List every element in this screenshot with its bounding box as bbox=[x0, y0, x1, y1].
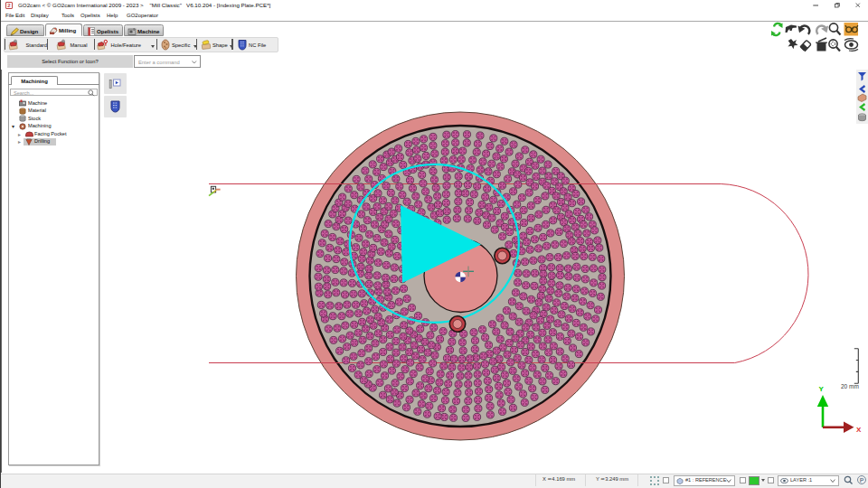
svg-text:X: X bbox=[856, 426, 862, 434]
svg-text:Y: Y bbox=[819, 385, 825, 393]
svg-text:20 mm: 20 mm bbox=[841, 383, 859, 389]
